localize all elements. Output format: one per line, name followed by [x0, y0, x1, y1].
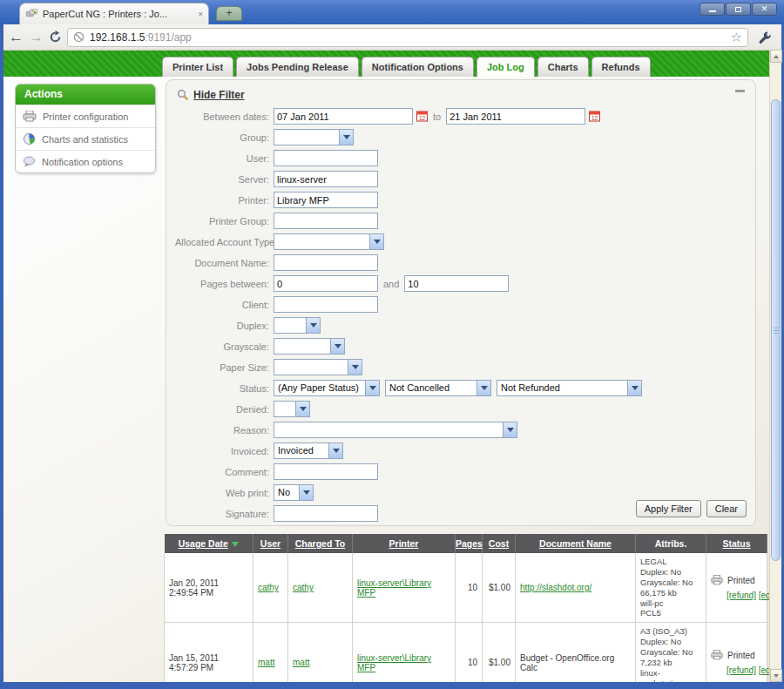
- col-document-name[interactable]: Document Name: [516, 534, 636, 553]
- tab-close-icon[interactable]: ×: [198, 10, 203, 19]
- edit-link[interactable]: [edit]: [759, 591, 769, 600]
- browser-window: PaperCut NG : Printers : Jo... × + ✕ ← →…: [0, 0, 784, 689]
- collapse-panel-icon[interactable]: [735, 90, 745, 92]
- forward-icon[interactable]: →: [29, 30, 44, 44]
- invoiced-select[interactable]: Invoiced: [274, 442, 343, 459]
- minimize-button[interactable]: [700, 3, 725, 16]
- printer-link[interactable]: linux-server\Library MFP: [357, 578, 431, 598]
- denied-select[interactable]: [274, 401, 310, 417]
- grayscale-label: Grayscale:: [175, 341, 269, 352]
- server-input[interactable]: [274, 171, 378, 187]
- tab-job-log[interactable]: Job Log: [476, 57, 535, 77]
- charged-to-link[interactable]: matt: [293, 658, 309, 667]
- sidebar-item-notification-options[interactable]: Notification options: [16, 150, 155, 172]
- clear-button[interactable]: Clear: [706, 500, 747, 517]
- printer-icon: [711, 650, 723, 660]
- printer-group-input[interactable]: [274, 213, 378, 229]
- pages-to-input[interactable]: [404, 275, 509, 292]
- comment-label: Comment:: [175, 467, 269, 477]
- tab-refunds[interactable]: Refunds: [591, 57, 651, 77]
- document-name-input[interactable]: [274, 254, 378, 271]
- client-input[interactable]: [274, 296, 378, 313]
- signature-input[interactable]: [274, 505, 378, 522]
- chevron-down-icon: [348, 360, 362, 375]
- wrench-menu-button[interactable]: [754, 28, 776, 47]
- pages-cell: 10: [456, 623, 483, 682]
- user-link[interactable]: matt: [258, 658, 274, 667]
- papercut-favicon: [25, 8, 38, 20]
- attribs-cell: A3 (ISO_A3) Duplex: No Grayscale: No 7,2…: [636, 623, 706, 682]
- usage-date-cell: Jan 20, 2011 2:49:54 PM: [165, 553, 253, 623]
- client-label: Client:: [175, 300, 269, 310]
- web-print-select[interactable]: No: [274, 484, 314, 501]
- server-label: Server:: [175, 174, 269, 185]
- refund-link[interactable]: [refund]: [727, 591, 756, 600]
- refund-link[interactable]: [refund]: [727, 665, 756, 675]
- allocated-account-type-select[interactable]: [274, 233, 384, 250]
- maximize-button[interactable]: [726, 3, 751, 16]
- printer-link[interactable]: linux-server\Library MFP: [357, 653, 431, 672]
- col-status[interactable]: Status: [706, 534, 767, 553]
- address-bar[interactable]: 192.168.1.5:9191/app ☆: [67, 28, 748, 47]
- calendar-icon[interactable]: 12: [589, 111, 600, 122]
- scrollbar-grip: [774, 330, 779, 331]
- table-header-row: Usage Date User Charged To Printer Pages…: [165, 534, 767, 553]
- col-pages[interactable]: Pages: [456, 534, 483, 553]
- bookmark-star-icon[interactable]: ☆: [731, 30, 742, 45]
- pages-cell: 10: [456, 553, 483, 623]
- col-usage-date[interactable]: Usage Date: [165, 534, 253, 553]
- maximize-icon: [735, 7, 741, 12]
- user-input[interactable]: [274, 150, 378, 166]
- paper-status-select[interactable]: (Any Paper Status): [274, 380, 380, 396]
- document-name-cell: Budget - OpenOffice.org Calc: [516, 623, 636, 682]
- comment-input[interactable]: [274, 463, 378, 480]
- duplex-label: Duplex:: [175, 321, 269, 331]
- main-nav-bar: Printer List Jobs Pending Release Notifi…: [3, 51, 769, 77]
- charged-to-link[interactable]: cathy: [293, 583, 314, 592]
- speech-bubble-icon: [23, 156, 36, 167]
- status-text: Printed: [727, 576, 755, 585]
- scroll-up-button[interactable]: [770, 50, 782, 63]
- wrench-icon: [758, 30, 772, 44]
- pages-from-input[interactable]: [274, 275, 378, 292]
- tab-charts[interactable]: Charts: [537, 57, 589, 77]
- back-icon[interactable]: ←: [9, 30, 24, 44]
- duplex-select[interactable]: [274, 317, 321, 334]
- chevron-down-icon: [299, 485, 313, 500]
- col-user[interactable]: User: [253, 534, 288, 553]
- tab-printer-list[interactable]: Printer List: [162, 57, 233, 77]
- sidebar-item-printer-configuration[interactable]: Printer configuration: [16, 105, 155, 127]
- user-link[interactable]: cathy: [258, 583, 279, 592]
- new-tab-button[interactable]: +: [216, 6, 242, 21]
- close-button[interactable]: ✕: [752, 3, 777, 16]
- cancelled-status-select[interactable]: Not Cancelled: [385, 380, 491, 396]
- date-to-input[interactable]: [446, 108, 585, 125]
- svg-text:12: 12: [419, 115, 426, 121]
- tab-notification-options[interactable]: Notification Options: [362, 57, 474, 77]
- magnifier-icon: [177, 89, 189, 101]
- col-printer[interactable]: Printer: [353, 534, 456, 553]
- printer-icon: [23, 111, 37, 122]
- reason-select[interactable]: [274, 422, 517, 438]
- grayscale-select[interactable]: [274, 338, 345, 355]
- tab-jobs-pending-release[interactable]: Jobs Pending Release: [236, 57, 359, 77]
- group-select[interactable]: [274, 129, 354, 145]
- col-charged-to[interactable]: Charged To: [288, 534, 353, 553]
- calendar-icon[interactable]: 12: [416, 111, 428, 122]
- document-name-link[interactable]: http://slashdot.org/: [520, 583, 591, 592]
- vertical-scrollbar[interactable]: [769, 50, 781, 682]
- refunded-status-select[interactable]: Not Refunded: [497, 380, 642, 396]
- col-cost[interactable]: Cost: [483, 534, 516, 553]
- apply-filter-button[interactable]: Apply Filter: [636, 500, 701, 517]
- sidebar-item-label: Printer configuration: [43, 111, 128, 122]
- scrollbar-thumb[interactable]: [771, 99, 781, 561]
- edit-link[interactable]: [edit]: [759, 665, 769, 675]
- paper-size-select[interactable]: [274, 359, 362, 375]
- reload-icon[interactable]: [49, 30, 62, 44]
- printer-input[interactable]: [274, 192, 378, 208]
- hide-filter-link[interactable]: Hide Filter: [193, 89, 245, 101]
- scroll-down-button[interactable]: [770, 669, 782, 682]
- date-from-input[interactable]: [274, 108, 413, 125]
- sidebar-item-charts-statistics[interactable]: Charts and statistics: [16, 127, 155, 150]
- browser-tab[interactable]: PaperCut NG : Printers : Jo... ×: [19, 3, 209, 24]
